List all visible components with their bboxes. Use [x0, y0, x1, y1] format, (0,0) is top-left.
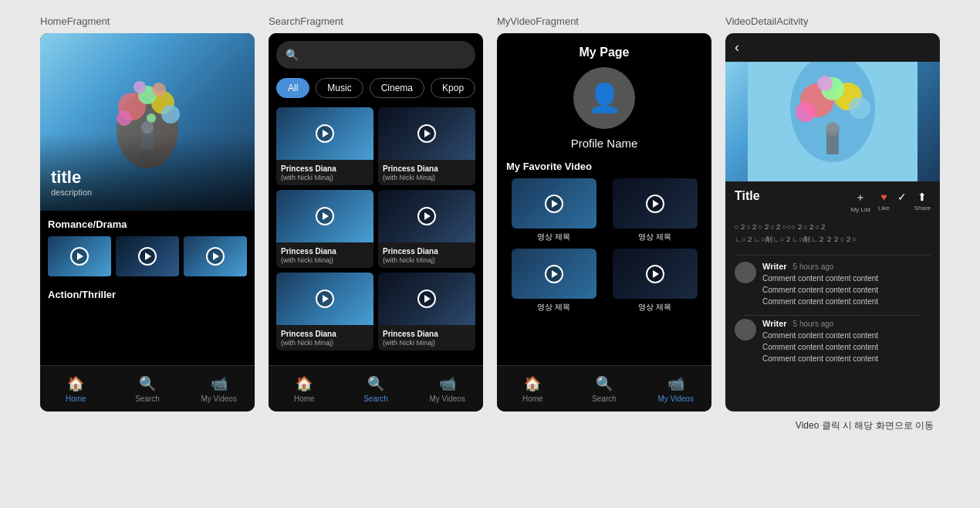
hero-title: title [51, 168, 92, 188]
comment-2: Writer 5 hours ago Comment content conte… [735, 319, 931, 364]
search-play-1[interactable] [316, 124, 334, 143]
back-button[interactable]: ‹ [735, 39, 739, 56]
search-play-3[interactable] [316, 207, 334, 225]
home-label: HomeFragment [40, 15, 110, 27]
search-nav-home[interactable]: 🏠 Home [269, 375, 340, 403]
home-nav-home[interactable]: 🏠 Home [40, 375, 112, 403]
play-button-2[interactable] [138, 247, 157, 266]
comment-body-1: Writer 5 hours ago Comment content conte… [762, 262, 878, 307]
search-card-info-1: Princess Diana (with Nicki Minaj) [276, 160, 373, 185]
home-nav-home-icon: 🏠 [67, 375, 84, 392]
fav-item-4[interactable]: 영상 제목 [607, 249, 702, 313]
search-play-6[interactable] [417, 290, 436, 308]
comment-writer-1: Writer [762, 262, 787, 271]
search-card-2[interactable]: Princess Diana (with Nicki Minaj) [378, 107, 475, 185]
like-label: Like [878, 205, 890, 212]
filter-music[interactable]: Music [316, 78, 363, 98]
fav-play-4[interactable] [646, 265, 664, 283]
fav-grid: 영상 제목 영상 제목 영상 제목 [497, 178, 711, 313]
detail-hero-art [725, 62, 940, 181]
action-like[interactable]: ♥ Like [878, 191, 890, 212]
video-thumb-3[interactable] [184, 236, 247, 276]
svg-point-4 [117, 110, 132, 126]
search-card-4[interactable]: Princess Diana (with Nicki Minaj) [378, 190, 475, 268]
play-button-1[interactable] [70, 247, 89, 266]
search-card-subtitle-4: (with Nicki Minaj) [383, 256, 471, 264]
detail-top-bar: ‹ [725, 33, 940, 62]
profile-name: Profile Name [497, 137, 711, 150]
detail-title: Title [735, 189, 845, 203]
heart-icon: ♥ [880, 191, 887, 203]
home-nav-myvideos[interactable]: 📹 My Videos [183, 375, 255, 403]
detail-screen-wrapper: VideoDetailAcitvity ‹ [725, 15, 940, 411]
search-label: SearchFragment [269, 15, 343, 27]
svg-point-18 [796, 102, 816, 122]
svg-point-20 [817, 76, 833, 91]
search-grid: Princess Diana (with Nicki Minaj) Prince… [276, 107, 475, 351]
action-share[interactable]: ⬆ Share [914, 191, 931, 212]
play-button-3[interactable] [206, 247, 225, 266]
my-page-header: My Page [497, 33, 711, 67]
comment-time-1: 5 hours ago [793, 262, 834, 271]
home-nav-search-label: Search [135, 395, 160, 403]
home-nav-search[interactable]: 🔍 Search [112, 375, 184, 403]
search-card-3[interactable]: Princess Diana (with Nicki Minaj) [276, 190, 373, 268]
svg-point-6 [133, 81, 146, 93]
comment-section: Writer 5 hours ago Comment content conte… [725, 259, 940, 375]
comment-body-2: Writer 5 hours ago Comment content conte… [762, 319, 878, 364]
action-mylist[interactable]: ＋ My List [851, 191, 870, 213]
search-card-subtitle-3: (with Nicki Minaj) [281, 256, 369, 264]
filter-all[interactable]: All [276, 78, 309, 98]
video-thumb-1[interactable] [48, 236, 111, 276]
fav-label-3: 영상 제목 [537, 302, 570, 313]
search-content: 🔍 All Music Cinema Kpop [269, 33, 483, 358]
share-icon: ⬆ [917, 191, 927, 203]
search-play-4[interactable] [417, 207, 436, 225]
fav-play-3[interactable] [545, 265, 563, 283]
fav-play-2[interactable] [646, 195, 664, 213]
search-play-2[interactable] [417, 124, 436, 143]
fav-item-3[interactable]: 영상 제목 [506, 249, 601, 313]
svg-point-7 [152, 83, 166, 97]
search-nav-myvideos-label: My Videos [429, 395, 465, 403]
search-card-title-2: Princess Diana [383, 164, 471, 174]
filter-row: All Music Cinema Kpop [276, 78, 475, 98]
action-check[interactable]: ✓ [897, 191, 907, 205]
video-thumb-2[interactable] [116, 236, 179, 276]
romance-title: Romance/Drama [48, 218, 247, 230]
home-bottom-nav: 🏠 Home 🔍 Search 📹 My Videos [40, 365, 255, 411]
fav-item-2[interactable]: 영상 제목 [607, 178, 702, 242]
comment-header-2: Writer 5 hours ago [762, 319, 878, 328]
myvideo-nav-myvideos[interactable]: 📹 My Videos [640, 375, 711, 403]
fav-item-1[interactable]: 영상 제목 [506, 178, 601, 242]
comment-1: Writer 5 hours ago Comment content conte… [735, 262, 931, 307]
search-bar[interactable]: 🔍 [276, 41, 475, 69]
action-title: Action/Thriller [48, 289, 247, 300]
myvideo-nav-myvideos-icon: 📹 [667, 375, 684, 392]
search-card-title-5: Princess Diana [281, 329, 369, 339]
search-bar-icon: 🔍 [286, 49, 299, 61]
myvideo-nav-home[interactable]: 🏠 Home [497, 375, 569, 403]
myvideo-nav-search[interactable]: 🔍 Search [569, 375, 640, 403]
home-nav-search-icon: 🔍 [139, 375, 156, 392]
detail-description: ○２○２○２○２○○○２○２○２ ∟○２∟○剮∟○２∟○剮∟２２２○２○ [725, 221, 940, 252]
home-nav-myvideos-icon: 📹 [211, 375, 228, 392]
search-card-5[interactable]: Princess Diana (with Nicki Minaj) [276, 273, 373, 351]
search-card-6[interactable]: Princess Diana (with Nicki Minaj) [378, 273, 475, 351]
search-card-info-5: Princess Diana (with Nicki Minaj) [276, 325, 373, 351]
search-bottom-nav: 🏠 Home 🔍 Search 📹 My Videos [269, 365, 483, 411]
filter-cinema[interactable]: Cinema [370, 78, 424, 98]
fav-play-1[interactable] [545, 195, 563, 213]
detail-actions: ＋ My List ♥ Like ✓ ⬆ Share [851, 189, 931, 213]
romance-section: Romance/Drama [40, 211, 255, 281]
myvideo-bottom-nav: 🏠 Home 🔍 Search 📹 My Videos [497, 365, 711, 411]
comment-time-2: 5 hours ago [793, 320, 834, 328]
share-label: Share [914, 205, 931, 212]
search-card-1[interactable]: Princess Diana (with Nicki Minaj) [276, 107, 373, 185]
search-nav-search[interactable]: 🔍 Search [340, 375, 412, 403]
search-nav-myvideos[interactable]: 📹 My Videos [411, 375, 483, 403]
action-section: Action/Thriller [40, 281, 255, 311]
profile-avatar: 👤 [573, 67, 635, 129]
filter-kpop[interactable]: Kpop [431, 78, 475, 98]
search-play-5[interactable] [316, 290, 334, 308]
